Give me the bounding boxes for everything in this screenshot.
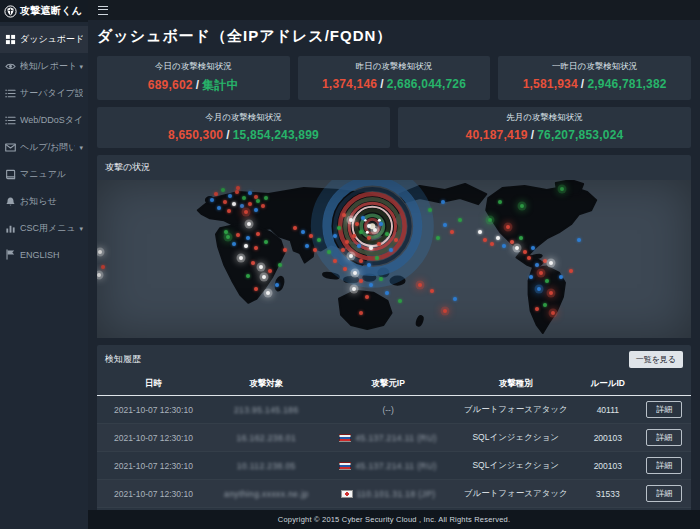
view-all-button[interactable]: 一覧を見る xyxy=(629,351,683,368)
stat-card: 昨日の攻撃検知状況1,374,146/2,686,044,726 xyxy=(298,56,491,100)
attack-dot xyxy=(228,194,232,198)
list-icon xyxy=(5,88,16,99)
stat-card: 今日の攻撃検知状況689,602/集計中 xyxy=(97,56,290,100)
column-header: 攻撃対象 xyxy=(210,374,323,396)
stat-primary-value: 1,374,146 xyxy=(322,77,377,91)
attack-dot xyxy=(520,204,524,208)
detail-cell: 詳細 xyxy=(638,480,691,508)
sidebar-item-dashboard[interactable]: ダッシュボード xyxy=(0,26,88,53)
attack-dot xyxy=(490,242,494,246)
detail-button[interactable]: 詳細 xyxy=(646,485,682,502)
stat-card-values: 8,650,300/15,854,243,899 xyxy=(101,128,386,142)
attack-dot xyxy=(458,218,462,222)
attack-dot xyxy=(365,295,369,299)
sidebar-item-help[interactable]: ヘルプ/お問い合わせ▾ xyxy=(0,134,88,161)
attack-dot xyxy=(385,291,389,295)
stat-card-values: 1,581,934/2,946,781,382 xyxy=(502,77,687,91)
attack-dot xyxy=(317,238,321,242)
attack-dot xyxy=(537,287,541,291)
attack-dot xyxy=(543,259,547,263)
attack-dot xyxy=(453,297,457,301)
attack-dot xyxy=(430,289,434,293)
attack-type-cell: ブルートフォースアタック xyxy=(453,396,578,424)
rule-id-cell: 31533 xyxy=(578,480,637,508)
attack-dot xyxy=(545,279,549,283)
sidebar-item-csc-menu[interactable]: CSC用メニュー▾ xyxy=(0,215,88,242)
attack-dots-layer xyxy=(97,180,691,338)
attack-dot xyxy=(264,196,268,200)
stat-card-values: 40,187,419/76,207,853,024 xyxy=(402,128,687,142)
book-icon xyxy=(5,169,16,180)
detail-button[interactable]: 詳細 xyxy=(646,401,682,418)
sidebar-item-label: ENGLISH xyxy=(20,250,60,260)
sidebar-item-news[interactable]: お知らせ xyxy=(0,188,88,215)
attack-dot xyxy=(436,236,440,240)
attack-dot xyxy=(223,200,227,204)
attack-dot xyxy=(301,230,305,234)
source-ip-cell: 45.137.214.11 (RU) xyxy=(323,424,454,452)
attack-dot xyxy=(341,248,345,252)
attack-type-cell: ブルートフォースアタック xyxy=(453,480,578,508)
detail-button[interactable]: 詳細 xyxy=(646,457,682,474)
attack-dot xyxy=(217,206,221,210)
stat-primary-value: 8,650,300 xyxy=(168,128,223,142)
sidebar-item-label: ダッシュボード xyxy=(20,33,83,46)
attack-dot xyxy=(239,256,243,260)
dashboard-icon xyxy=(5,34,16,45)
sidebar-item-server-type[interactable]: サーバタイプ設定 xyxy=(0,80,88,107)
app-logo-text: 攻撃遮断くん xyxy=(20,4,82,18)
stat-secondary-value: 76,207,853,024 xyxy=(537,128,623,142)
attack-map-title: 攻撃の状況 xyxy=(105,161,150,174)
stat-card-values: 1,374,146/2,686,044,726 xyxy=(302,77,487,91)
attack-dot xyxy=(246,236,250,240)
attack-dot xyxy=(236,233,240,237)
sidebar-item-english[interactable]: ENGLISH xyxy=(0,242,88,267)
attack-dot xyxy=(359,230,363,234)
attack-dot xyxy=(278,263,282,267)
attack-dot xyxy=(502,244,506,248)
attack-dot xyxy=(379,277,383,281)
attack-dot xyxy=(367,224,371,228)
rule-id-cell: 40111 xyxy=(578,396,637,424)
attack-dot xyxy=(256,199,260,203)
attack-dot xyxy=(268,269,272,273)
attack-dot xyxy=(254,208,258,212)
attack-dot xyxy=(254,287,258,291)
sidebar-item-label: マニュアル xyxy=(20,168,66,181)
sidebar-menu: ダッシュボード検知/レポート▾サーバタイプ設定Web/DDoSタイプ設定ヘルプ/… xyxy=(0,22,88,267)
rule-id-cell: 200103 xyxy=(578,452,637,480)
detail-button[interactable]: 詳細 xyxy=(646,429,682,446)
attack-dot xyxy=(531,246,535,250)
attack-dot xyxy=(379,222,383,226)
datetime-cell: 2021-10-07 12:30:10 xyxy=(97,424,210,452)
source-ip-cell: 45.137.214.11 (RU) xyxy=(323,452,454,480)
attack-dot xyxy=(305,244,309,248)
attack-dot xyxy=(523,250,527,254)
sidebar-item-label: 検知/レポート xyxy=(20,60,75,73)
app-logo[interactable]: 攻撃遮断くん xyxy=(0,0,88,22)
attack-dot xyxy=(275,283,279,287)
attack-dot xyxy=(349,254,353,258)
attack-dot xyxy=(248,202,252,206)
sidebar-item-manual[interactable]: マニュアル xyxy=(0,161,88,188)
attack-dot xyxy=(569,269,573,273)
menu-toggle-icon[interactable] xyxy=(98,6,108,15)
attack-dot xyxy=(342,213,346,217)
stat-card: 先月の攻撃検知状況40,187,419/76,207,853,024 xyxy=(398,107,691,148)
rule-id-cell: 200103 xyxy=(578,424,637,452)
attack-dot xyxy=(385,232,389,236)
datetime-cell: 2021-10-07 12:30:10 xyxy=(97,452,210,480)
attack-dot xyxy=(254,246,258,250)
stat-card-label: 先月の攻撃検知状況 xyxy=(402,112,687,124)
stat-card-label: 一昨日の攻撃検知状況 xyxy=(502,61,687,73)
detail-cell: 詳細 xyxy=(638,452,691,480)
ru-flag-icon xyxy=(339,434,351,442)
sidebar-item-report[interactable]: 検知/レポート▾ xyxy=(0,53,88,80)
ru-flag-icon xyxy=(339,462,351,470)
sidebar-item-web-ddos-type[interactable]: Web/DDoSタイプ設定 xyxy=(0,107,88,134)
attack-dot xyxy=(97,273,101,277)
attack-dot xyxy=(264,240,268,244)
attack-dot xyxy=(535,307,539,311)
attack-dot xyxy=(210,198,214,202)
attack-dot xyxy=(232,202,236,206)
